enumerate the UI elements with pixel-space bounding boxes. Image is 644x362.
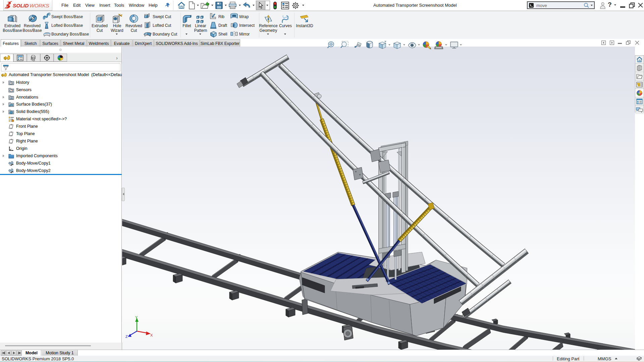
svg-text:SOLID: SOLID bbox=[13, 3, 29, 8]
svg-text:A: A bbox=[10, 97, 12, 100]
svg-text:WORKS: WORKS bbox=[30, 3, 49, 8]
svg-text:Z: Z bbox=[125, 335, 128, 339]
svg-text:X: X bbox=[150, 333, 153, 337]
svg-text:Y: Y bbox=[135, 315, 138, 319]
